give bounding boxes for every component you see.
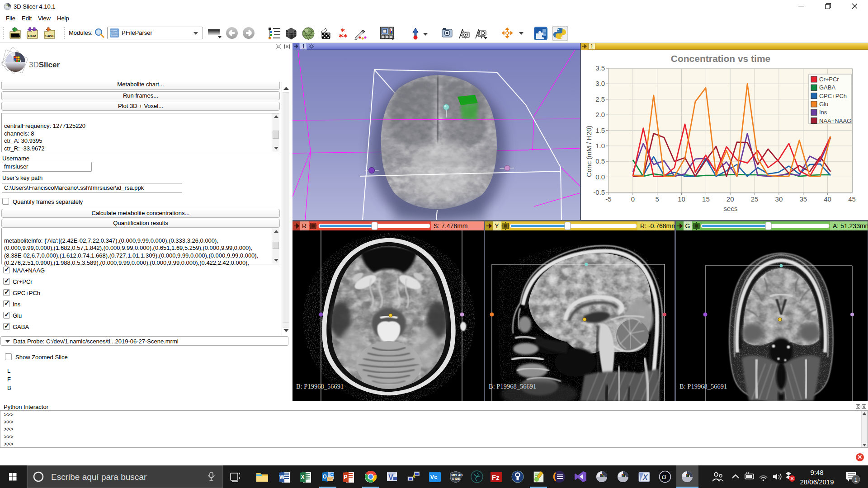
svg-text:MPLAB: MPLAB	[452, 474, 463, 477]
svg-text:45: 45	[848, 195, 856, 203]
svg-text:Escribe aquí para buscar: Escribe aquí para buscar	[51, 472, 147, 482]
svg-text:35: 35	[799, 195, 807, 203]
svg-text:P: P	[344, 474, 348, 480]
svg-text:X: X	[301, 474, 305, 480]
svg-text:1: 1	[302, 43, 305, 50]
svg-text:O: O	[323, 474, 327, 480]
svg-text:Concentration vs time: Concentration vs time	[671, 53, 771, 64]
svg-text:NAA+NAAG: NAA+NAAG	[819, 117, 851, 124]
svg-text:DATA: DATA	[11, 34, 20, 38]
svg-text:Cr+PCr: Cr+PCr	[819, 76, 839, 83]
svg-text:30: 30	[775, 195, 783, 203]
svg-text:1: 1	[854, 476, 857, 483]
svg-text:DCM: DCM	[28, 34, 37, 38]
svg-text:0: 0	[631, 195, 635, 203]
svg-text:G: G	[685, 222, 690, 230]
svg-text:X IDE: X IDE	[452, 477, 461, 480]
svg-text:Ins: Ins	[819, 109, 827, 116]
svg-text:R: R	[302, 222, 307, 230]
svg-text:S: 7.478mm: S: 7.478mm	[434, 222, 467, 230]
svg-text:X: X	[642, 474, 648, 481]
svg-text:-0.5: -0.5	[593, 188, 605, 196]
svg-text:25: 25	[751, 195, 759, 203]
svg-text:B: P19968_56691: B: P19968_56691	[296, 383, 344, 390]
svg-text:R: -0.768mm: R: -0.768mm	[640, 222, 675, 230]
svg-text:A: 51.233mm: A: 51.233mm	[833, 222, 868, 230]
svg-text:5: 5	[656, 195, 659, 203]
svg-text:i3: i3	[662, 474, 666, 480]
svg-text:Glu: Glu	[819, 101, 828, 108]
svg-text:10: 10	[678, 195, 685, 203]
svg-text:W: W	[279, 474, 285, 480]
svg-text:Y: Y	[495, 222, 499, 230]
svg-text:3.5: 3.5	[595, 64, 605, 72]
svg-text:1: 1	[590, 43, 594, 50]
svg-text:2.0: 2.0	[595, 111, 605, 118]
svg-text:B: P19968_56691: B: P19968_56691	[679, 383, 727, 390]
svg-text:3.0: 3.0	[595, 80, 605, 87]
svg-text:0.0: 0.0	[595, 173, 605, 181]
svg-text:40: 40	[824, 195, 831, 203]
svg-text:9:48: 9:48	[810, 469, 823, 476]
svg-text:15: 15	[702, 195, 710, 203]
svg-text:GPC+PCh: GPC+PCh	[819, 93, 847, 99]
svg-text:B: P19968_56691: B: P19968_56691	[489, 383, 536, 390]
svg-text:-5: -5	[605, 195, 611, 203]
svg-text:1.0: 1.0	[595, 142, 605, 150]
svg-text:Vc: Vc	[430, 474, 438, 480]
svg-text:secs: secs	[724, 205, 738, 212]
svg-text:28/06/2019: 28/06/2019	[800, 478, 834, 486]
svg-text:2.5: 2.5	[595, 95, 605, 103]
svg-text:Fz: Fz	[492, 474, 500, 481]
svg-text:20: 20	[726, 195, 734, 203]
svg-text:Conc (mM / H20): Conc (mM / H20)	[585, 126, 593, 177]
svg-text:V: V	[388, 474, 393, 481]
svg-text:SAVE: SAVE	[45, 34, 55, 38]
svg-text:GABA: GABA	[819, 84, 835, 91]
svg-text:1.5: 1.5	[595, 127, 605, 134]
svg-text:0.5: 0.5	[595, 157, 605, 165]
